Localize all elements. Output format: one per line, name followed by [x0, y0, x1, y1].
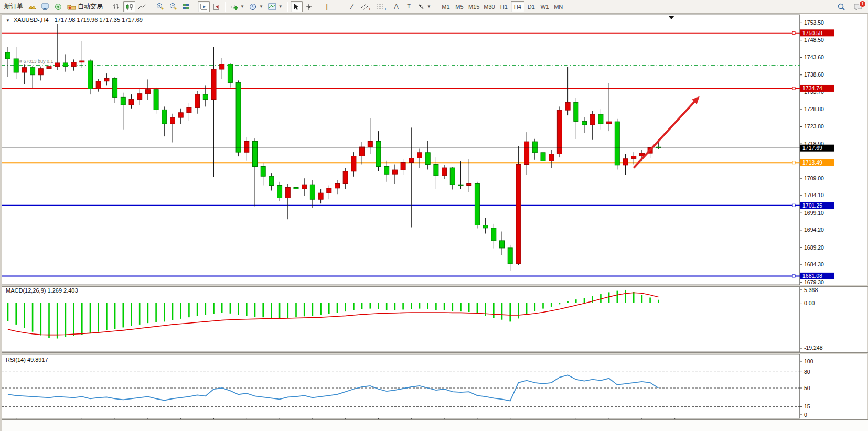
signal-button[interactable] [52, 1, 65, 12]
trendline-button[interactable]: ∕ [346, 1, 358, 12]
candle-body [500, 241, 505, 248]
candle-body [557, 110, 562, 154]
timeframe-button-W1[interactable]: W1 [538, 1, 552, 12]
candle-body [582, 121, 587, 125]
zoom-out-button[interactable] [167, 1, 179, 12]
vertical-line-button[interactable]: | [321, 1, 333, 12]
equidistant-channel-button[interactable]: E [359, 1, 374, 12]
toolbar-separator [108, 2, 108, 12]
candle-body [113, 78, 117, 97]
rsi-axis-label: 80 [804, 369, 810, 375]
timeframe-button-H4[interactable]: H4 [511, 1, 524, 12]
periods-button[interactable]: ▼ [247, 1, 265, 12]
new-order-button[interactable]: 新订单 [2, 1, 25, 12]
timeframe-button-M30[interactable]: M30 [481, 1, 497, 12]
candle-body [351, 156, 356, 171]
rsi-axis-label: 50 [804, 385, 810, 391]
tile-windows-button[interactable] [180, 1, 192, 12]
bar-chart-button[interactable] [111, 1, 123, 12]
candle-body [491, 228, 496, 241]
mt4-application-window: 新订单 自动交易 [0, 0, 868, 431]
cursor-button[interactable] [291, 1, 303, 12]
zoom-in-icon [156, 3, 164, 10]
candle-body [104, 78, 109, 81]
hline-handle [792, 87, 795, 90]
macd-axis-label: 5.368 [804, 287, 818, 293]
fibo-letter: F [385, 7, 388, 12]
line-chart-button[interactable] [136, 1, 148, 12]
auto-scroll-button[interactable] [198, 1, 210, 12]
terminal-button[interactable] [39, 1, 51, 12]
timeframe-button-M1[interactable]: M1 [439, 1, 453, 12]
macd-indicator-label: MACD(12,26,9) 1.269 2.403 [6, 287, 78, 294]
rsi-pane [2, 354, 800, 418]
candle-body [187, 107, 191, 112]
price-tick-label: 1689.20 [804, 244, 824, 251]
chart-ohlc-values: 1717.98 1719.96 1717.35 1717.69 [55, 17, 143, 23]
candle-body [195, 94, 200, 107]
candle-body [220, 64, 224, 69]
text-label-button[interactable]: T [403, 1, 415, 12]
timeframe-button-MN[interactable]: MN [552, 1, 565, 12]
template-icon [268, 3, 276, 10]
candle-body [14, 59, 18, 72]
candle-body [244, 142, 249, 153]
indicators-button[interactable]: ▼ [228, 1, 247, 12]
autotrading-button[interactable]: 自动交易 [65, 1, 105, 12]
crosshair-button[interactable] [303, 1, 315, 12]
text-button[interactable]: A [390, 1, 402, 12]
candle-body [541, 153, 545, 161]
candle-body [450, 168, 455, 185]
market-watch-button[interactable] [26, 1, 38, 12]
price-tick-label: 1684.30 [804, 261, 824, 267]
pane-splitter[interactable] [2, 285, 868, 287]
timeframe-button-M5[interactable]: M5 [453, 1, 466, 12]
rsi-axis-label: 100 [804, 358, 813, 364]
price-tick-label: 1679.30 [804, 279, 824, 285]
ohlc-bars-icon [113, 3, 121, 10]
fibonacci-button[interactable]: F [374, 1, 390, 12]
candle-body [524, 142, 529, 164]
price-badge-label: 1734.74 [802, 85, 822, 91]
toolbar: 新订单 自动交易 [0, 0, 868, 14]
rsi-indicator-label: RSI(14) 49.8917 [6, 357, 48, 363]
candle-body [458, 185, 463, 185]
price-tick-label: 1723.80 [804, 123, 824, 130]
notifications-button[interactable]: 1 [852, 2, 865, 13]
candle-body [434, 165, 438, 176]
horizontal-line-button[interactable]: — [334, 1, 346, 12]
chart-canvas[interactable]: 1753.501748.501743.601738.601733.701728.… [2, 14, 868, 431]
price-tick-label: 1748.50 [804, 37, 824, 43]
price-tick-label: 1694.20 [804, 227, 824, 233]
price-tick-label: 1728.80 [804, 106, 824, 112]
candle-body [639, 153, 644, 156]
price-badge-label: 1701.25 [802, 202, 822, 209]
chevron-down-icon: ▼ [240, 4, 244, 9]
candle-body [475, 184, 479, 225]
chart-shift-button[interactable] [210, 1, 222, 12]
templates-button[interactable]: ▼ [266, 1, 285, 12]
macd-axis-label: -19.248 [804, 344, 823, 351]
candle-body [38, 69, 43, 75]
arrows-button[interactable]: ▼ [415, 1, 433, 12]
candle-body [80, 61, 84, 62]
toolbar-separator [287, 2, 288, 12]
pane-splitter[interactable] [2, 352, 868, 354]
chat-bubble-icon: 1 [854, 3, 863, 11]
price-tick-label: 1699.10 [804, 210, 824, 216]
candle-body [343, 171, 348, 184]
candlestick-chart-button[interactable] [123, 1, 135, 12]
candle-body [294, 188, 298, 189]
chart-window[interactable]: 1753.501748.501743.601738.601733.701728.… [0, 14, 868, 431]
price-badge-label: 1681.08 [802, 273, 822, 279]
timeframe-button-H1[interactable]: H1 [497, 1, 511, 12]
candle-body [71, 62, 76, 67]
candle-body [162, 110, 167, 124]
candle-body [615, 122, 619, 165]
timeframe-button-D1[interactable]: D1 [524, 1, 538, 12]
search-icon [837, 3, 845, 11]
zoom-in-button[interactable] [154, 1, 166, 12]
search-button[interactable] [835, 2, 848, 13]
chevron-down-icon: ▼ [427, 4, 431, 9]
timeframe-button-M15[interactable]: M15 [466, 1, 481, 12]
